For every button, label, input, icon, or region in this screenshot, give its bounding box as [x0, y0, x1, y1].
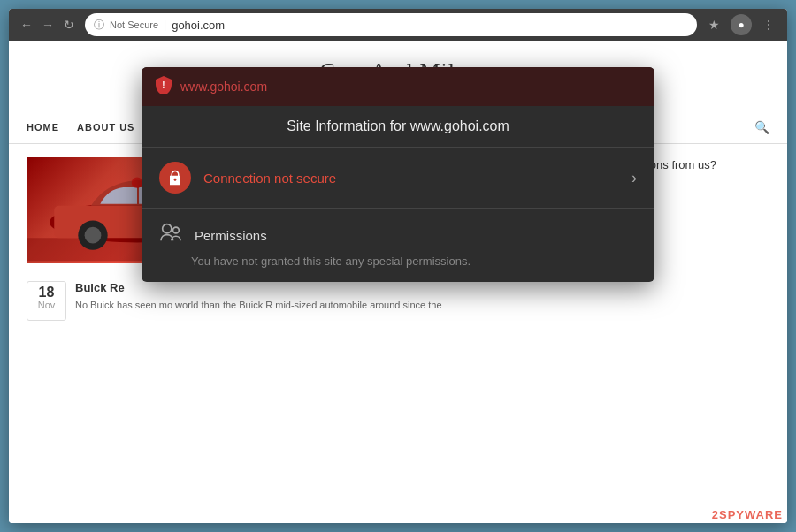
menu-icon[interactable]: ⋮: [759, 15, 778, 34]
watermark: 2SPYWARE: [712, 508, 783, 521]
date-day: 18: [31, 285, 62, 300]
svg-point-4: [85, 227, 102, 244]
svg-text:!: !: [162, 80, 165, 90]
browser-window: ← → ↻ ⓘ Not Secure | gohoi.com ★ ● ⋮ Car…: [9, 9, 787, 523]
permissions-header: Permissions: [159, 223, 637, 247]
toolbar-right: ★ ● ⋮: [704, 14, 778, 35]
connection-text: Connection not secure: [203, 171, 631, 186]
security-label: Not Secure: [110, 19, 158, 30]
site-info-panel: ! www.gohoi.com Site Information for www…: [142, 67, 654, 282]
nav-home[interactable]: HOME: [27, 122, 59, 133]
svg-point-22: [173, 227, 180, 233]
browser-toolbar: ← → ↻ ⓘ Not Secure | gohoi.com ★ ● ⋮: [9, 9, 787, 41]
svg-point-21: [163, 224, 172, 233]
website-content: Cars And Miles AUTOMOTIVE HOME ABOUT US …: [9, 41, 787, 523]
article-section: 18 Nov Buick Re No Buick has seen mo wor…: [9, 281, 787, 334]
url-display: gohoi.com: [172, 19, 225, 32]
url-separator: |: [164, 19, 166, 31]
connection-row[interactable]: Connection not secure ›: [142, 148, 654, 209]
site-info-header: ! www.gohoi.com: [142, 67, 654, 106]
watermark-text: 2SPYWARE: [712, 508, 783, 521]
nav-about[interactable]: ABOUT US: [77, 122, 134, 133]
search-icon[interactable]: 🔍: [754, 120, 769, 134]
nav-buttons: ← → ↻: [18, 16, 78, 34]
site-info-title-bar: Site Information for www.gohoi.com: [142, 106, 654, 148]
shield-icon: !: [156, 76, 172, 97]
shield-svg: !: [156, 76, 172, 94]
article-preview: Buick Re No Buick has seen mo world than…: [75, 281, 442, 321]
refresh-button[interactable]: ↻: [60, 16, 78, 34]
lock-broken-icon: [167, 170, 183, 186]
date-month: Nov: [31, 300, 62, 310]
date-badge: 18 Nov: [27, 281, 66, 321]
article-title: Buick Re: [75, 281, 442, 294]
permissions-svg: [159, 223, 182, 242]
chevron-right-icon: ›: [631, 169, 637, 187]
permissions-icon: [159, 223, 182, 247]
back-button[interactable]: ←: [18, 16, 35, 34]
article-excerpt: No Buick has seen mo world than the Buic…: [75, 298, 442, 313]
forward-button[interactable]: →: [39, 16, 57, 34]
profile-icon[interactable]: ●: [731, 14, 752, 35]
permissions-description: You have not granted this site any speci…: [191, 255, 637, 268]
permissions-title: Permissions: [195, 228, 267, 243]
lock-icon: ⓘ: [94, 18, 104, 33]
site-info-title: Site Information for www.gohoi.com: [156, 118, 640, 134]
permissions-section: Permissions You have not granted this si…: [142, 209, 654, 282]
star-icon[interactable]: ★: [704, 15, 723, 34]
site-info-url: www.gohoi.com: [180, 80, 267, 94]
connection-icon: [159, 162, 191, 194]
address-bar[interactable]: ⓘ Not Secure | gohoi.com: [85, 13, 697, 36]
